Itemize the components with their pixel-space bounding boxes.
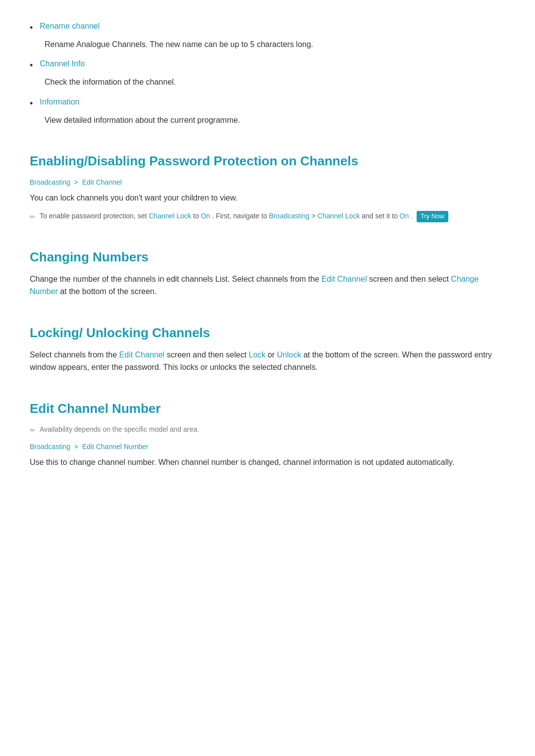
unlock-link[interactable]: Unlock bbox=[277, 351, 301, 359]
channel-lock-link-1[interactable]: Channel Lock bbox=[149, 212, 191, 220]
password-protection-heading: Enabling/Disabling Password Protection o… bbox=[30, 151, 505, 172]
breadcrumb-broadcasting-link[interactable]: Broadcasting bbox=[30, 178, 70, 186]
information-link[interactable]: Information bbox=[40, 96, 79, 108]
breadcrumb: Broadcasting > Edit Channel bbox=[30, 177, 505, 188]
breadcrumb-broadcasting-link-2[interactable]: Broadcasting bbox=[30, 443, 70, 451]
locking-body: Select channels from the Edit Channel sc… bbox=[30, 349, 505, 374]
bullet-dot: • bbox=[30, 58, 33, 73]
edit-channel-number-section: Edit Channel Number ✏ Availability depen… bbox=[30, 399, 505, 469]
channel-lock-link-2[interactable]: Channel Lock bbox=[318, 212, 360, 220]
breadcrumb-edit-channel-number-link[interactable]: Edit Channel Number bbox=[82, 443, 149, 451]
breadcrumb-separator: > bbox=[74, 178, 78, 186]
broadcasting-link-2[interactable]: Broadcasting bbox=[269, 212, 310, 220]
edit-channel-link[interactable]: Edit Channel bbox=[321, 275, 367, 283]
breadcrumb-separator-2: > bbox=[74, 443, 78, 451]
edit-channel-number-body: Use this to change channel number. When … bbox=[30, 456, 505, 469]
changing-numbers-heading: Changing Numbers bbox=[30, 247, 505, 268]
breadcrumb-edit-channel-link[interactable]: Edit Channel bbox=[82, 178, 122, 186]
changing-numbers-section: Changing Numbers Change the number of th… bbox=[30, 247, 505, 298]
pencil-icon-2: ✏ bbox=[30, 425, 36, 436]
edit-channel-number-heading: Edit Channel Number bbox=[30, 399, 505, 419]
edit-channel-link-2[interactable]: Edit Channel bbox=[119, 351, 165, 359]
lock-link[interactable]: Lock bbox=[249, 351, 266, 359]
list-item: • Channel Info bbox=[30, 57, 505, 73]
changing-numbers-body: Change the number of the channels in edi… bbox=[30, 273, 505, 298]
bullet-dot: • bbox=[30, 21, 33, 35]
pencil-icon: ✏ bbox=[30, 211, 36, 222]
on-link-2[interactable]: On bbox=[400, 212, 409, 220]
password-protection-body: You can lock channels you don't want you… bbox=[30, 192, 505, 204]
rename-channel-link[interactable]: Rename channel bbox=[40, 20, 100, 33]
bullet-list: • Rename channel Rename Analogue Channel… bbox=[30, 20, 505, 126]
note-text: To enable password protection, set Chann… bbox=[40, 210, 448, 222]
locking-section: Locking/ Unlocking Channels Select chann… bbox=[30, 323, 505, 374]
channel-info-description: Check the information of the channel. bbox=[45, 76, 505, 89]
list-item: • Information bbox=[30, 96, 505, 111]
locking-heading: Locking/ Unlocking Channels bbox=[30, 323, 505, 344]
information-description: View detailed information about the curr… bbox=[45, 114, 505, 127]
on-link-1[interactable]: On bbox=[201, 212, 210, 220]
bullet-dot: • bbox=[30, 97, 33, 111]
list-item: • Rename channel bbox=[30, 20, 505, 35]
channel-info-link[interactable]: Channel Info bbox=[40, 57, 85, 70]
breadcrumb-2: Broadcasting > Edit Channel Number bbox=[30, 441, 505, 452]
rename-channel-description: Rename Analogue Channels. The new name c… bbox=[45, 38, 505, 51]
availability-note-row: ✏ Availability depends on the specific m… bbox=[30, 424, 505, 436]
password-protection-section: Enabling/Disabling Password Protection o… bbox=[30, 151, 505, 222]
availability-note-text: Availability depends on the specific mod… bbox=[40, 424, 199, 435]
note-row: ✏ To enable password protection, set Cha… bbox=[30, 210, 505, 222]
try-now-button[interactable]: Try Now bbox=[417, 211, 448, 222]
